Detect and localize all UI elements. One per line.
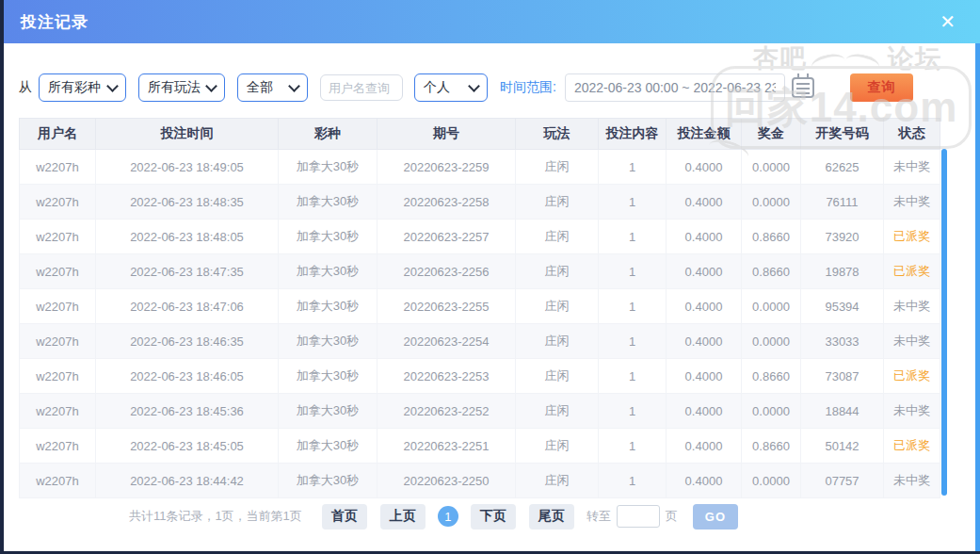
cell-status: 未中奖 (884, 464, 940, 498)
cell-draw-number: 76111 (801, 185, 884, 220)
table-scrollbar[interactable] (941, 149, 947, 496)
cell-bet-time: 2022-06-23 18:46:05 (96, 359, 279, 394)
time-range-input[interactable] (565, 73, 785, 102)
cell-status: 已派奖 (884, 359, 940, 394)
cell-play: 庄闲 (516, 324, 599, 359)
cell-lottery: 加拿大30秒 (279, 220, 378, 254)
cell-draw-number: 18844 (801, 394, 884, 429)
cell-content: 1 (599, 394, 667, 429)
calendar-icon[interactable] (792, 77, 814, 98)
cell-play: 庄闲 (516, 254, 599, 289)
cell-username: w2207h (20, 429, 96, 464)
cell-bet-time: 2022-06-23 18:44:42 (96, 464, 279, 498)
next-page-button[interactable]: 下页 (471, 504, 516, 530)
cell-content: 1 (599, 429, 667, 464)
table-row: w2207h2022-06-23 18:47:35加拿大30秒20220623-… (20, 254, 940, 289)
cell-draw-number: 62625 (801, 150, 884, 185)
prev-page-button[interactable]: 上页 (380, 504, 426, 530)
cell-lottery: 加拿大30秒 (279, 394, 378, 429)
cell-issue: 20220623-2254 (378, 324, 516, 359)
cell-username: w2207h (20, 289, 96, 324)
current-page-badge[interactable]: 1 (438, 506, 458, 527)
cell-bet-time: 2022-06-23 18:47:35 (96, 254, 279, 289)
from-label: 从 (19, 79, 32, 96)
cell-amount: 0.4000 (667, 220, 742, 254)
table-row: w2207h2022-06-23 18:46:05加拿大30秒20220623-… (20, 359, 940, 394)
column-header-amount: 投注金额 (667, 119, 742, 150)
cell-play: 庄闲 (516, 185, 599, 220)
cell-play: 庄闲 (516, 429, 599, 464)
cell-draw-number: 33033 (801, 324, 884, 359)
column-header-prize: 奖金 (742, 119, 801, 150)
cell-username: w2207h (20, 324, 96, 359)
cell-prize: 0.8660 (742, 254, 801, 289)
cell-content: 1 (599, 220, 667, 254)
username-input[interactable] (320, 74, 403, 101)
cell-username: w2207h (20, 220, 96, 254)
play-type-select[interactable]: 所有玩法 (138, 73, 225, 102)
cell-amount: 0.4000 (667, 464, 742, 498)
cell-content: 1 (599, 359, 667, 394)
cell-play: 庄闲 (516, 289, 599, 324)
cell-amount: 0.4000 (667, 254, 742, 289)
page-scrollbar[interactable] (975, 43, 980, 551)
watermark-brand-left: 杏吧 (753, 41, 808, 75)
watermark-brand-right: 论坛 (888, 41, 942, 75)
filter-bar: 从 所有彩种 所有玩法 全部 个人 时间范围: 查询 (19, 73, 913, 103)
cell-bet-time: 2022-06-23 18:46:35 (96, 324, 279, 359)
chevron-down-icon (468, 80, 480, 92)
lottery-type-select[interactable]: 所有彩种 (39, 73, 126, 102)
close-icon[interactable]: ✕ (940, 12, 956, 31)
first-page-button[interactable]: 首页 (322, 504, 367, 530)
column-header-username: 用户名 (20, 119, 96, 150)
cell-bet-time: 2022-06-23 18:48:35 (96, 185, 279, 220)
column-header-play: 玩法 (516, 119, 599, 150)
column-header-bet-time: 投注时间 (96, 119, 279, 150)
cell-bet-time: 2022-06-23 18:47:06 (96, 289, 279, 324)
cell-username: w2207h (20, 359, 96, 394)
cell-status: 未中奖 (884, 289, 940, 324)
scope-value: 全部 (247, 79, 273, 96)
search-button[interactable]: 查询 (850, 73, 913, 102)
betting-records-modal: 投注记录 ✕ 从 所有彩种 所有玩法 全部 个人 时间范围: 查询 (0, 0, 980, 554)
cell-username: w2207h (20, 394, 96, 429)
cell-issue: 20220623-2259 (378, 150, 516, 185)
person-select[interactable]: 个人 (414, 73, 488, 102)
records-summary: 共计11条记录，1页，当前第1页 (129, 508, 302, 525)
cell-play: 庄闲 (516, 464, 599, 498)
cell-amount: 0.4000 (667, 185, 742, 220)
cell-prize: 0.0000 (742, 289, 801, 324)
pagination-bar: 共计11条记录，1页，当前第1页 首页 上页 1 下页 尾页 转至 页 GO (0, 497, 924, 535)
column-header-lottery: 彩种 (279, 119, 378, 150)
table-body: w2207h2022-06-23 18:49:05加拿大30秒20220623-… (20, 150, 940, 498)
go-button[interactable]: GO (693, 504, 738, 530)
cell-amount: 0.4000 (667, 289, 742, 324)
scope-select[interactable]: 全部 (237, 73, 308, 102)
cell-issue: 20220623-2251 (378, 429, 516, 464)
cell-status: 未中奖 (884, 185, 940, 220)
cell-status: 未中奖 (884, 394, 940, 429)
cell-play: 庄闲 (516, 220, 599, 254)
goto-label: 转至 (586, 508, 611, 525)
cell-prize: 0.0000 (742, 185, 801, 220)
cell-status: 已派奖 (884, 220, 940, 254)
cell-username: w2207h (20, 150, 96, 185)
cell-content: 1 (599, 289, 667, 324)
cell-content: 1 (599, 185, 667, 220)
cell-lottery: 加拿大30秒 (279, 150, 378, 185)
play-type-value: 所有玩法 (148, 79, 201, 96)
cell-issue: 20220623-2250 (378, 464, 516, 498)
cell-lottery: 加拿大30秒 (279, 289, 378, 324)
cell-issue: 20220623-2256 (378, 254, 516, 289)
cell-draw-number: 19878 (801, 254, 884, 289)
cell-draw-number: 95394 (801, 289, 884, 324)
cell-username: w2207h (20, 185, 96, 220)
last-page-button[interactable]: 尾页 (529, 504, 574, 530)
cell-amount: 0.4000 (667, 429, 742, 464)
page-unit-label: 页 (666, 508, 678, 525)
cell-play: 庄闲 (516, 150, 599, 185)
table-row: w2207h2022-06-23 18:44:42加拿大30秒20220623-… (20, 464, 940, 498)
goto-page-input[interactable] (617, 505, 660, 528)
cell-status: 未中奖 (884, 324, 940, 359)
cell-bet-time: 2022-06-23 18:49:05 (96, 150, 279, 185)
